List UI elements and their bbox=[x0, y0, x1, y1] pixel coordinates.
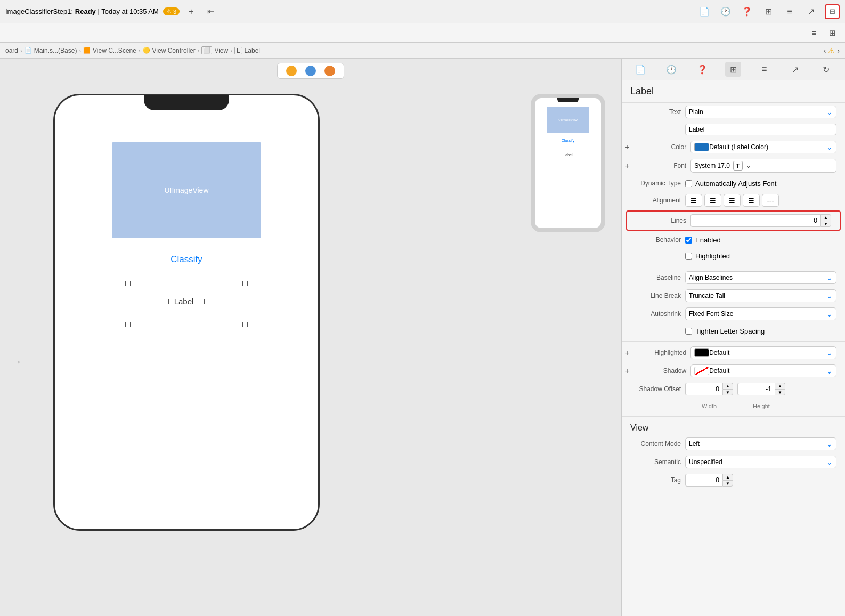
breadcrumb-item-view[interactable]: ⬜ View › bbox=[201, 46, 232, 54]
enabled-checkbox[interactable] bbox=[685, 237, 692, 244]
handle[interactable] bbox=[125, 322, 131, 327]
classify-button[interactable]: Classify bbox=[170, 254, 202, 265]
breadcrumb-forward[interactable]: › bbox=[837, 46, 840, 55]
color-select[interactable]: Default (Label Color) ⌄ bbox=[690, 141, 836, 153]
tag-decrement[interactable]: ▼ bbox=[722, 480, 733, 487]
highlighted-color-select[interactable]: Default ⌄ bbox=[690, 346, 836, 359]
insp-size-icon[interactable]: ≡ bbox=[757, 62, 773, 77]
breadcrumb-item-label[interactable]: L Label bbox=[234, 47, 260, 54]
highlighted-color-row: + Highlighted Default ⌄ bbox=[622, 344, 845, 362]
content-mode-select[interactable]: Left ⌄ bbox=[685, 437, 836, 450]
shadow-width-decrement[interactable]: ▼ bbox=[722, 389, 733, 395]
line-break-select[interactable]: Truncate Tail ⌄ bbox=[685, 289, 836, 302]
dynamic-type-checkbox[interactable] bbox=[685, 180, 692, 187]
shadow-offset-labels: Width Height bbox=[622, 398, 845, 414]
line-break-row: Line Break Truncate Tail ⌄ bbox=[622, 287, 845, 305]
back-button[interactable]: ⇤ bbox=[203, 4, 218, 19]
inspector-icon-btn[interactable]: ↗ bbox=[803, 4, 818, 19]
label-handle-left[interactable] bbox=[164, 299, 169, 304]
tag-input[interactable] bbox=[685, 474, 722, 487]
chevron-down-icon: ⌄ bbox=[826, 310, 833, 318]
font-t-icon[interactable]: T bbox=[733, 161, 743, 171]
insp-file-icon[interactable]: 📄 bbox=[632, 62, 648, 77]
handle[interactable] bbox=[242, 281, 248, 286]
insp-bindings-icon[interactable]: ↻ bbox=[818, 62, 834, 77]
label-element[interactable]: Label bbox=[174, 297, 194, 306]
file-icon-btn[interactable]: 📄 bbox=[697, 4, 712, 19]
warning-badge[interactable]: ⚠ 3 bbox=[163, 7, 180, 15]
handle[interactable] bbox=[125, 281, 131, 286]
shadow-color-select[interactable]: Default ⌄ bbox=[690, 364, 836, 377]
lines-increment-btn[interactable]: ▲ bbox=[820, 214, 831, 221]
breadcrumb-item-main[interactable]: 📄 Main.s...(Base) › bbox=[25, 47, 81, 54]
add-button[interactable]: + bbox=[184, 4, 199, 19]
insp-help-icon[interactable]: ❓ bbox=[694, 62, 710, 77]
lines-input[interactable] bbox=[690, 214, 820, 227]
canvas-content: → UIImageView Classify bbox=[0, 83, 621, 616]
text-row: Text Plain ⌄ bbox=[622, 103, 845, 121]
align-center-btn[interactable]: ☰ bbox=[704, 194, 721, 207]
shadow-width-input[interactable] bbox=[685, 383, 722, 395]
tighten-checkbox[interactable] bbox=[685, 328, 692, 335]
clock-icon-btn[interactable]: 🕐 bbox=[718, 4, 733, 19]
insp-clock-icon[interactable]: 🕐 bbox=[663, 62, 679, 77]
shadow-plus-icon[interactable]: + bbox=[625, 367, 629, 375]
color-label: Color bbox=[636, 143, 686, 151]
device-icon-blue[interactable] bbox=[305, 66, 316, 76]
font-control[interactable]: System 17.0 T ⌄ bbox=[690, 159, 836, 173]
insp-attrs-icon[interactable]: ⊞ bbox=[725, 62, 741, 77]
dynamic-type-label: Dynamic Type bbox=[630, 180, 681, 187]
shadow-height-decrement[interactable]: ▼ bbox=[775, 389, 785, 395]
highlighted-behavior-row: Highlighted bbox=[622, 248, 845, 264]
align-natural-btn[interactable]: --- bbox=[762, 194, 779, 207]
sliders-icon-btn[interactable]: ≡ bbox=[782, 4, 797, 19]
handle[interactable] bbox=[184, 322, 189, 327]
semantic-select[interactable]: Unspecified ⌄ bbox=[685, 456, 836, 468]
tag-increment[interactable]: ▲ bbox=[722, 474, 733, 480]
baseline-label: Baseline bbox=[630, 274, 681, 281]
handle[interactable] bbox=[242, 322, 248, 327]
color-plus-icon[interactable]: + bbox=[625, 143, 629, 151]
align-justify-btn[interactable]: ☰ bbox=[743, 194, 760, 207]
shadow-height-input[interactable] bbox=[737, 383, 775, 395]
tighten-label: Tighten Letter Spacing bbox=[695, 327, 765, 335]
shadow-swatch bbox=[694, 367, 709, 375]
device-icon-orange[interactable] bbox=[324, 66, 335, 76]
behavior-row: Behavior Enabled bbox=[622, 232, 845, 248]
text-value-input[interactable] bbox=[685, 124, 836, 135]
breadcrumb-item-board[interactable]: oard › bbox=[5, 47, 22, 54]
autoshrink-select[interactable]: Fixed Font Size ⌄ bbox=[685, 307, 836, 320]
help-icon-btn[interactable]: ❓ bbox=[740, 4, 754, 19]
enabled-label: Enabled bbox=[695, 236, 721, 244]
inspector-title: Label bbox=[622, 80, 845, 103]
device-icon-yellow[interactable] bbox=[286, 66, 297, 76]
breadcrumb-item-viewcontroller[interactable]: 🟡 View Controller › bbox=[143, 47, 200, 54]
handle[interactable] bbox=[184, 281, 189, 286]
add-object-icon[interactable]: ⊞ bbox=[825, 26, 840, 40]
top-bar: ImageClassifierStep1: Ready | Today at 1… bbox=[0, 0, 845, 23]
breadcrumb-item-scene[interactable]: 🟧 View C...Scene › bbox=[83, 47, 141, 54]
mini-preview: UIImageView Classify Label bbox=[531, 94, 605, 232]
lines-decrement-btn[interactable]: ▼ bbox=[820, 221, 831, 227]
align-icon[interactable]: ≡ bbox=[807, 26, 822, 40]
lines-row: Lines ▲ ▼ bbox=[626, 210, 841, 231]
highlighted-plus-icon[interactable]: + bbox=[625, 348, 629, 357]
baseline-select[interactable]: Align Baselines ⌄ bbox=[685, 271, 836, 284]
label-handle-right[interactable] bbox=[204, 299, 209, 304]
breadcrumb-back[interactable]: ‹ bbox=[824, 46, 826, 55]
insp-connections-icon[interactable]: ↗ bbox=[787, 62, 803, 77]
shadow-width-increment[interactable]: ▲ bbox=[722, 383, 733, 389]
font-plus-icon[interactable]: + bbox=[625, 161, 629, 170]
shadow-offset-label: Shadow Offset bbox=[630, 385, 681, 393]
ui-imageview[interactable]: UIImageView bbox=[112, 142, 261, 238]
shadow-height-increment[interactable]: ▲ bbox=[775, 383, 785, 389]
shadow-label: Shadow bbox=[636, 367, 686, 375]
align-right-btn[interactable]: ☰ bbox=[724, 194, 741, 207]
attributes-icon-btn[interactable]: ⊟ bbox=[825, 4, 840, 19]
text-type-select[interactable]: Plain ⌄ bbox=[685, 106, 836, 118]
chevron-down-icon: ⌄ bbox=[826, 273, 833, 282]
highlighted-checkbox[interactable] bbox=[685, 253, 692, 260]
highlighted-color-label: Highlighted bbox=[636, 349, 686, 356]
align-left-btn[interactable]: ☰ bbox=[685, 194, 702, 207]
grid-icon-btn[interactable]: ⊞ bbox=[761, 4, 776, 19]
